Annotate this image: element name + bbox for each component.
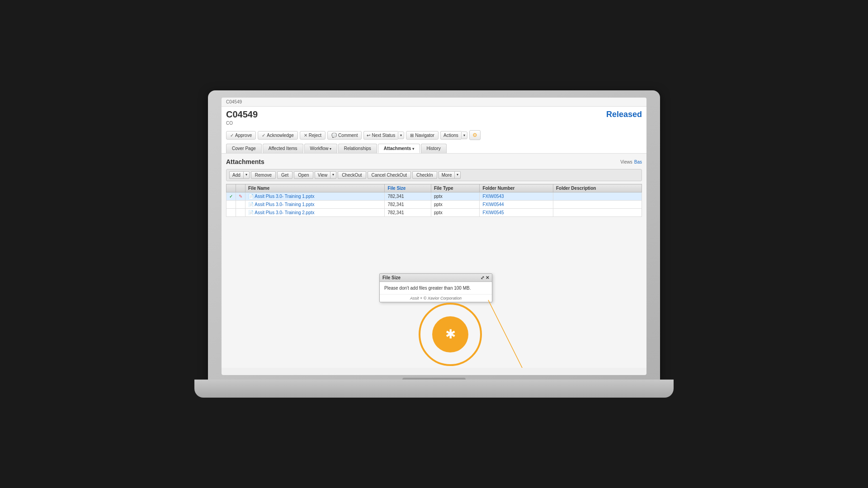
row-check-cell: ✓ [226, 192, 236, 201]
section-header: Attachments Views Bas [226, 158, 642, 165]
folder-link-2[interactable]: FXIW0544 [482, 202, 504, 207]
row-filesize-2: 782,341 [385, 201, 431, 209]
assist-icon: ✱ [445, 328, 456, 341]
tooltip-body: Please don't add files greater than 100 … [380, 282, 492, 294]
views-area: Views Bas [620, 160, 642, 164]
table-header-row: File Name File Size File Type Folder Num… [226, 184, 642, 192]
view-button[interactable]: View [315, 171, 330, 179]
folder-link-3[interactable]: FXIW0545 [482, 210, 504, 215]
next-status-button[interactable]: ↩ Next Status [363, 131, 398, 140]
screen-bezel: C04549 C04549 Released CO ✓ Approve [208, 90, 660, 380]
col-filename[interactable]: File Name [245, 184, 385, 192]
col-check [226, 184, 236, 192]
table-row[interactable]: 📄 Assit Plus 3.0- Training 1.pptx 782,34… [226, 201, 642, 209]
row-folderdesc-2 [553, 201, 642, 209]
table-row[interactable]: ✓ ✎ 📄 Assit Plus 3.0- Training 1.pptx 78… [226, 192, 642, 201]
reject-button[interactable]: ✕ Reject [300, 131, 326, 140]
col-filesize[interactable]: File Size [385, 184, 431, 192]
navigator-button[interactable]: ⊞ Navigator [406, 131, 439, 140]
cancel-checkout-button[interactable]: Cancel CheckOut [368, 171, 411, 179]
col-folder-desc: Folder Description [553, 184, 642, 192]
comment-button[interactable]: 💬 Comment [327, 131, 362, 140]
title-bar: C04549 [222, 98, 646, 107]
table-row[interactable]: 📄 Assit Plus 3.0- Training 2.pptx 782,34… [226, 209, 642, 217]
laptop-shell: C04549 C04549 Released CO ✓ Approve [208, 90, 660, 398]
tooltip-header: File Size ⤢ ✕ [380, 274, 492, 282]
doc-id: C04549 [226, 109, 258, 120]
filename-link-row3[interactable]: Assit Plus 3.0- Training 2.pptx [255, 210, 314, 215]
more-dropdown[interactable]: ▾ [454, 171, 461, 179]
gear-button[interactable]: ⚙ [469, 130, 481, 140]
actions-dropdown[interactable]: ▾ [461, 131, 467, 139]
screen: C04549 C04549 Released CO ✓ Approve [222, 98, 646, 375]
views-label: Views [620, 160, 632, 164]
check-icon-2: ✓ [262, 133, 265, 138]
tooltip-message: Please don't add files greater than 100 … [384, 286, 471, 291]
view-dropdown[interactable]: ▾ [330, 171, 336, 179]
row-filename-cell-3: 📄 Assit Plus 3.0- Training 2.pptx [245, 209, 385, 217]
views-value: Bas [634, 160, 642, 164]
tooltip-icons: ⤢ ✕ [481, 275, 489, 280]
row-edit-cell-2 [236, 201, 245, 209]
arrow-icon: ↩ [367, 133, 370, 138]
row-filesize-1: 782,341 [385, 192, 431, 201]
add-button[interactable]: Add [229, 171, 243, 179]
approve-button[interactable]: ✓ Approve [226, 131, 256, 140]
next-status-dropdown[interactable]: ▾ [398, 131, 404, 139]
table-wrapper: File Name File Size File Type Folder Num… [226, 184, 642, 217]
row-folderdesc-1 [553, 192, 642, 201]
row-folderdesc-3 [553, 209, 642, 217]
add-dropdown[interactable]: ▾ [243, 171, 250, 179]
tab-cover-page[interactable]: Cover Page [226, 144, 262, 153]
col-edit [236, 184, 245, 192]
tab-affected-items[interactable]: Affected Items [263, 144, 303, 153]
row-filetype-1: pptx [431, 192, 480, 201]
doc-icon-row3: 📄 [248, 210, 254, 215]
doc-icon-row2: 📄 [248, 202, 254, 207]
row-folder-2: FXIW0544 [480, 201, 553, 209]
checkout-button[interactable]: CheckOut [338, 171, 366, 179]
get-button[interactable]: Get [277, 171, 292, 179]
toolbar: ✓ Approve ✓ Acknowledge ✕ Reject 💬 [226, 128, 642, 142]
more-button[interactable]: More [439, 171, 455, 179]
actions-button[interactable]: Actions [440, 131, 461, 140]
row-edit-cell-3 [236, 209, 245, 217]
tab-relationships[interactable]: Relationships [338, 144, 377, 153]
row-check-cell-2 [226, 201, 236, 209]
window-title: C04549 [226, 99, 242, 104]
view-split: View ▾ [315, 171, 337, 179]
tab-attachments[interactable]: Attachments [378, 144, 420, 153]
filesize-tooltip: File Size ⤢ ✕ Please don't add files gre… [379, 273, 492, 302]
tooltip-footer: Assit + © Xavior Corporation [380, 294, 492, 302]
actions-split: Actions ▾ [440, 131, 467, 140]
section-title: Attachments [226, 158, 264, 165]
add-split: Add ▾ [229, 171, 250, 179]
overlay-inner: ✱ [432, 316, 468, 352]
tab-workflow[interactable]: Workflow [304, 144, 337, 153]
attachments-table: File Name File Size File Type Folder Num… [226, 184, 642, 217]
row-filename-cell-2: 📄 Assit Plus 3.0- Training 1.pptx [245, 201, 385, 209]
nav-icon: ⊞ [410, 133, 414, 138]
row-filesize-3: 782,341 [385, 209, 431, 217]
checkin-button[interactable]: CheckIn [412, 171, 437, 179]
gear-icon: ⚙ [472, 132, 477, 138]
open-button[interactable]: Open [294, 171, 313, 179]
close-icon[interactable]: ✕ [486, 275, 489, 280]
tabs-row: Cover Page Affected Items Workflow Relat… [226, 144, 642, 153]
attachments-toolbar: Add ▾ Remove Get Open View ▾ CheckOut Ca… [226, 169, 642, 181]
header-section: C04549 Released CO ✓ Approve ✓ Acknowled… [222, 107, 646, 154]
tab-history[interactable]: History [421, 144, 447, 153]
remove-button[interactable]: Remove [251, 171, 276, 179]
doc-status: Released [606, 110, 642, 119]
filename-link-row2[interactable]: Assit Plus 3.0- Training 1.pptx [255, 202, 314, 207]
check-icon-row1: ✓ [229, 194, 233, 199]
row-edit-cell: ✎ [236, 192, 245, 201]
next-status-split: ↩ Next Status ▾ [363, 131, 404, 140]
resize-icon[interactable]: ⤢ [481, 275, 484, 280]
folder-link-1[interactable]: FXIW0543 [482, 194, 504, 199]
tooltip-title: File Size [382, 275, 401, 280]
acknowledge-button[interactable]: ✓ Acknowledge [258, 131, 297, 140]
row-folder-1: FXIW0543 [480, 192, 553, 201]
filename-link-row1[interactable]: Assit Plus 3.0- Training 1.pptx [255, 194, 314, 199]
row-filetype-2: pptx [431, 201, 480, 209]
